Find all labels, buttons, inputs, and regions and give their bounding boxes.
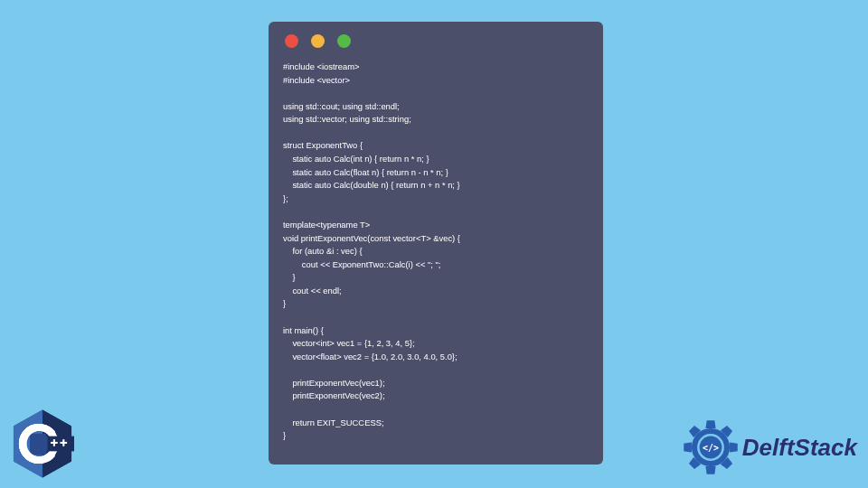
svg-rect-8 [30,436,48,452]
code-content: #include <iostream> #include <vector> us… [283,61,589,443]
cpp-logo-icon [11,408,74,479]
zoom-icon [337,34,351,48]
delftstack-label: DelftStack [742,434,857,462]
svg-marker-15 [730,442,738,452]
delftstack-gear-icon: </> [683,419,739,475]
svg-marker-13 [705,420,715,428]
svg-marker-19 [684,442,692,452]
delftstack-logo: </> DelftStack [683,419,857,475]
svg-text:</>: </> [703,443,719,453]
svg-rect-10 [53,439,55,446]
window-controls [285,34,589,48]
code-window: #include <iostream> #include <vector> us… [269,22,603,465]
close-icon [285,34,298,48]
minimize-icon [311,34,325,48]
svg-marker-17 [705,466,715,474]
svg-rect-12 [62,439,64,446]
